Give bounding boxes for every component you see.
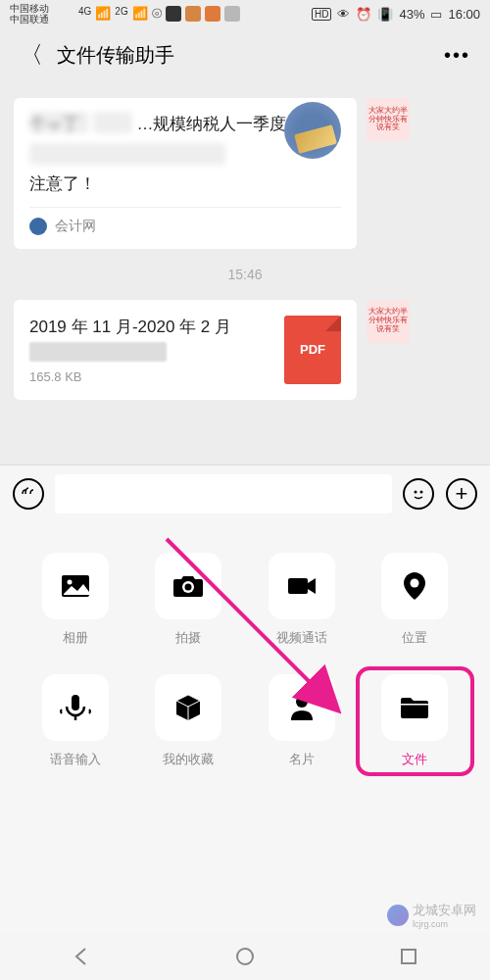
attach-label: 拍摄	[175, 629, 201, 647]
nav-back[interactable]	[68, 943, 95, 970]
signal-icon: 📶	[95, 6, 111, 22]
article-line-2: 注意了！	[29, 172, 276, 195]
file-name: 2019 年 11 月-2020 年 2 月	[29, 316, 272, 339]
file-size: 165.8 KB	[29, 369, 272, 384]
eye-icon: 👁	[337, 7, 350, 22]
message-file[interactable]: 2019 年 11 月-2020 年 2 月 165.8 KB PDF 大家大约…	[0, 292, 490, 409]
attach-label: 相册	[63, 629, 88, 647]
attach-video-call[interactable]: 视频通话	[250, 553, 354, 647]
attach-label: 我的收藏	[163, 751, 214, 768]
attach-label: 文件	[402, 751, 427, 768]
plus-icon: +	[446, 478, 477, 510]
attach-label: 视频通话	[276, 629, 327, 647]
battery-percent: 43%	[399, 7, 424, 22]
more-button[interactable]: •••	[436, 44, 478, 67]
status-bar: 中国移动 中国联通 4G 📶 2G 📶 ⦾ HD 👁 ⏰ 📳 43% ▭ 16:…	[0, 0, 490, 27]
attach-location[interactable]: 位置	[364, 553, 467, 647]
svg-point-1	[420, 490, 423, 493]
app-icon-2	[185, 6, 201, 22]
chat-header: 〈 文件传输助手 •••	[0, 27, 490, 82]
back-button[interactable]: 〈	[12, 39, 51, 71]
attach-file[interactable]: 文件	[356, 666, 475, 776]
svg-rect-8	[72, 695, 79, 710]
pdf-label: PDF	[300, 342, 325, 357]
attach-voice-input[interactable]: 语音输入	[24, 674, 127, 768]
watermark-url: lcjrg.com	[413, 919, 476, 929]
attach-contact[interactable]: 名片	[250, 674, 354, 768]
message-article[interactable]: 个ㅜ丁 …规模纳税人一季度 注意了！ 会计网 大家大约半分钟快乐有说有笑	[0, 90, 490, 257]
voice-toggle-button[interactable]	[12, 477, 45, 511]
svg-rect-14	[402, 950, 416, 963]
vibrate-icon: 📳	[377, 7, 393, 22]
attach-favorite[interactable]: 我的收藏	[137, 674, 241, 768]
attach-label: 位置	[402, 629, 427, 647]
microphone-icon	[42, 674, 109, 741]
attach-label: 语音输入	[50, 751, 101, 768]
attach-label: 名片	[289, 751, 315, 768]
android-nav-bar	[0, 933, 490, 980]
attachment-panel: 相册 拍摄 视频通话 位置 语音输入 我的收藏 名片	[0, 521, 490, 953]
watermark: 龙城安卓网 lcjrg.com	[387, 902, 476, 929]
blur-line	[29, 143, 225, 165]
svg-point-10	[296, 696, 308, 708]
nav-recent[interactable]	[395, 943, 422, 970]
nav-home[interactable]	[231, 943, 259, 970]
alarm-icon: ⏰	[356, 7, 371, 22]
smiley-icon	[403, 478, 434, 510]
blur-text: 个ㅜ丁	[29, 112, 88, 133]
wifi-icon: ⦾	[152, 6, 162, 22]
attach-camera[interactable]: 拍摄	[137, 553, 241, 647]
status-carrier: 中国移动 中国联通	[10, 3, 49, 24]
pdf-icon: PDF	[284, 316, 341, 384]
file-name-blur	[29, 342, 167, 362]
chat-area: 个ㅜ丁 …规模纳税人一季度 注意了！ 会计网 大家大约半分钟快乐有说有笑 15:…	[0, 82, 490, 465]
carrier-2: 中国联通	[10, 14, 49, 24]
cube-icon	[155, 674, 221, 741]
svg-point-13	[237, 949, 253, 964]
camera-icon	[155, 553, 221, 619]
article-title-part: …规模纳税人一季度	[136, 115, 286, 133]
app-icon-4	[224, 6, 240, 22]
watermark-logo-icon	[387, 905, 409, 926]
battery-icon: ▭	[430, 7, 442, 22]
svg-rect-11	[401, 704, 428, 706]
sender-avatar-2[interactable]: 大家大约半分钟快乐有说有笑	[367, 300, 410, 343]
video-icon	[269, 553, 335, 619]
app-icon-1	[166, 6, 181, 22]
attach-album[interactable]: 相册	[24, 553, 127, 647]
app-icon-3	[205, 6, 220, 22]
article-thumbnail	[284, 102, 341, 159]
hd-icon: HD	[312, 8, 331, 21]
svg-point-3	[67, 580, 72, 585]
emoji-button[interactable]	[402, 477, 435, 511]
watermark-text: 龙城安卓网	[413, 902, 476, 919]
signal-4g: 4G	[78, 6, 91, 22]
carrier-1: 中国移动	[10, 3, 49, 14]
attachments-button[interactable]: +	[445, 477, 478, 511]
timestamp: 15:46	[0, 257, 490, 292]
blur-text-2	[93, 112, 132, 133]
article-source: 会计网	[55, 218, 96, 235]
source-icon	[29, 218, 47, 235]
signal-2g: 2G	[115, 6, 127, 22]
sound-wave-icon	[13, 478, 44, 510]
input-bar: +	[0, 465, 490, 521]
folder-icon	[381, 674, 448, 741]
person-icon	[269, 674, 335, 741]
signal-icon-2: 📶	[132, 6, 148, 22]
svg-point-7	[411, 579, 419, 588]
chat-title: 文件传输助手	[57, 42, 436, 69]
clock-time: 16:00	[448, 7, 480, 22]
album-icon	[42, 553, 109, 619]
svg-point-0	[415, 490, 417, 493]
sender-avatar[interactable]: 大家大约半分钟快乐有说有笑	[367, 98, 410, 141]
location-icon	[381, 553, 448, 619]
message-input[interactable]	[55, 474, 392, 514]
svg-rect-6	[288, 578, 308, 594]
svg-point-5	[185, 584, 192, 591]
